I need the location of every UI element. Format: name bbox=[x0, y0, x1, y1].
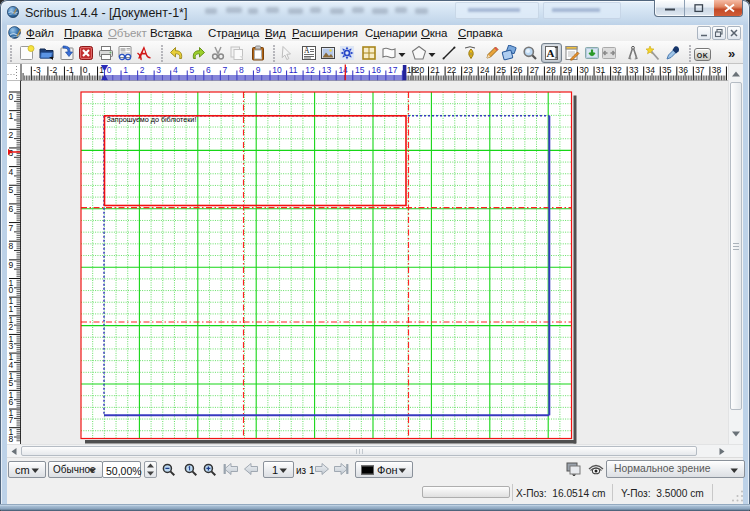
svg-text:6: 6 bbox=[206, 65, 211, 75]
svg-text:-2: -2 bbox=[50, 65, 58, 75]
svg-text:2: 2 bbox=[9, 130, 14, 140]
svg-text:10: 10 bbox=[272, 65, 282, 75]
svg-text:13: 13 bbox=[322, 65, 332, 75]
svg-text:2: 2 bbox=[9, 322, 14, 332]
svg-text:25: 25 bbox=[497, 65, 507, 75]
svg-text:7: 7 bbox=[9, 415, 14, 425]
svg-text:4: 4 bbox=[173, 65, 178, 75]
svg-text:8: 8 bbox=[9, 241, 14, 251]
svg-text:5: 5 bbox=[189, 65, 194, 75]
svg-text:2: 2 bbox=[140, 65, 145, 75]
svg-text:1: 1 bbox=[9, 111, 14, 121]
svg-text:0: 0 bbox=[9, 92, 14, 102]
svg-text:9: 9 bbox=[9, 260, 14, 270]
svg-text:A: A bbox=[304, 46, 310, 55]
svg-text:21: 21 bbox=[430, 65, 440, 75]
svg-text:0: 0 bbox=[9, 285, 14, 295]
svg-text:29: 29 bbox=[563, 65, 573, 75]
svg-text:16: 16 bbox=[372, 65, 382, 75]
svg-text:8: 8 bbox=[9, 434, 14, 444]
svg-text:14: 14 bbox=[338, 65, 348, 75]
svg-text:1: 1 bbox=[9, 304, 14, 314]
svg-text:6: 6 bbox=[9, 204, 14, 214]
svg-text:31: 31 bbox=[596, 65, 606, 75]
svg-text:22: 22 bbox=[447, 65, 457, 75]
svg-text:37: 37 bbox=[695, 65, 705, 75]
svg-text:9: 9 bbox=[256, 65, 261, 75]
svg-text:20: 20 bbox=[415, 65, 425, 75]
svg-text:12: 12 bbox=[305, 65, 315, 75]
svg-text:4: 4 bbox=[9, 360, 14, 370]
svg-text:38: 38 bbox=[712, 65, 722, 75]
svg-text:5: 5 bbox=[9, 378, 14, 388]
svg-text:4: 4 bbox=[9, 167, 14, 177]
svg-text:32: 32 bbox=[612, 65, 622, 75]
svg-text:0: 0 bbox=[107, 65, 112, 75]
svg-text:11: 11 bbox=[289, 65, 298, 75]
svg-text:26: 26 bbox=[513, 65, 523, 75]
svg-text:8: 8 bbox=[239, 65, 244, 75]
svg-text:7: 7 bbox=[223, 65, 228, 75]
svg-text:36: 36 bbox=[679, 65, 689, 75]
svg-text:33: 33 bbox=[629, 65, 639, 75]
svg-text:5: 5 bbox=[9, 185, 14, 195]
svg-text:A: A bbox=[547, 47, 555, 59]
svg-text:1: 1 bbox=[123, 65, 128, 75]
svg-text:24: 24 bbox=[480, 65, 490, 75]
svg-text:0: 0 bbox=[83, 65, 88, 75]
svg-text:-1: -1 bbox=[66, 65, 74, 75]
svg-text:15: 15 bbox=[355, 65, 365, 75]
svg-text:Запрошуємо до бібліотеки!: Запрошуємо до бібліотеки! bbox=[107, 115, 197, 124]
svg-text:35: 35 bbox=[662, 65, 672, 75]
svg-text:-3: -3 bbox=[33, 65, 41, 75]
svg-text:17: 17 bbox=[388, 65, 398, 75]
svg-text:7: 7 bbox=[9, 223, 14, 233]
svg-text:30: 30 bbox=[579, 65, 589, 75]
svg-text:3: 3 bbox=[9, 341, 14, 351]
svg-text:6: 6 bbox=[9, 397, 14, 407]
svg-text:27: 27 bbox=[530, 65, 540, 75]
svg-text:28: 28 bbox=[546, 65, 556, 75]
svg-text:23: 23 bbox=[463, 65, 473, 75]
svg-text:34: 34 bbox=[646, 65, 656, 75]
svg-text:3: 3 bbox=[156, 65, 161, 75]
